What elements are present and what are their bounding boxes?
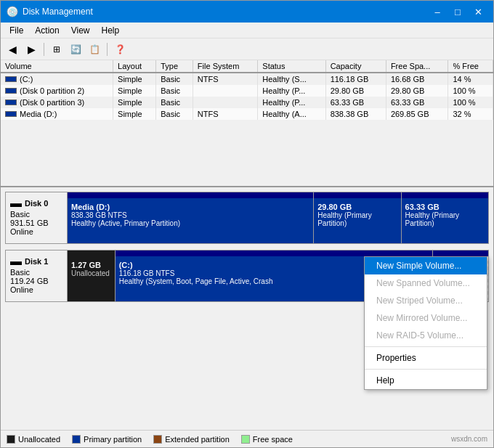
back-button[interactable]: ◀ [4,41,21,58]
table-cell-r1c0: (Disk 0 partition 2) [1,85,113,97]
legend-free-swatch [241,435,250,444]
maximize-button[interactable]: □ [448,4,467,19]
context-menu-item-new-raid5[interactable]: New RAID-5 Volume... [365,327,487,344]
legend-extended-label: Extended partition [165,435,230,444]
table-cell-r2c2: Basic [156,97,193,108]
table-cell-r3c0: Media (D:) [1,108,113,120]
table-cell-r1c1: Simple [113,85,156,97]
disk0-p1-name: Media (D:) [71,203,309,211]
table-cell-r2c6: 63.33 GB [386,97,448,108]
disk1-p1-name: 1.27 GB [71,261,111,269]
menu-action[interactable]: Action [29,24,65,37]
disk1-partition-unalloc1[interactable]: 1.27 GB Unallocated [68,251,116,301]
window-controls: – □ ✕ [428,4,487,19]
menu-view[interactable]: View [65,24,96,37]
legend-free: Free space [241,435,293,444]
legend-primary: Primary partition [72,435,142,444]
table-cell-r2c0: (Disk 0 partition 3) [1,97,113,108]
col-type: Type [156,60,193,73]
disk0-p2-status: Healthy (Primary Partition) [317,211,397,227]
table-row[interactable]: (C:)SimpleBasicNTFSHealthy (S...116.18 G… [1,73,493,85]
legend-primary-swatch [72,435,81,444]
refresh-button[interactable]: 🔄 [67,41,84,58]
context-menu-sep1 [365,346,487,347]
app-window: 💿 Disk Management – □ ✕ File Action View… [0,0,494,448]
table-cell-r2c7: 100 % [448,97,493,108]
disk0-partition-3[interactable]: 63.33 GB Healthy (Primary Partition) [402,192,488,243]
table-cell-r0c7: 14 % [448,73,493,85]
col-layout: Layout [113,60,156,73]
toolbar-separator-1 [44,43,44,56]
legend-unallocated: Unallocated [7,435,60,444]
menu-file[interactable]: File [4,24,29,37]
table-cell-r0c1: Simple [113,73,156,85]
menu-help[interactable]: Help [96,24,126,37]
disk0-p1-bar [68,192,313,198]
table-cell-r3c1: Simple [113,108,156,120]
legend-primary-label: Primary partition [84,435,142,444]
table-cell-r0c4: Healthy (S... [258,73,325,85]
table-cell-r1c4: Healthy (P... [258,85,325,97]
context-menu-item-new-simple[interactable]: New Simple Volume... [365,257,487,274]
col-pct: % Free [448,60,493,73]
table-cell-r3c5: 838.38 GB [325,108,386,120]
disk0-p3-bar [402,192,488,198]
legend-unallocated-swatch [7,435,15,444]
toolbar: ◀ ▶ ⊞ 🔄 📋 ❓ [1,38,493,60]
disk0-name: Disk 0 [25,199,48,208]
table-cell-r3c4: Healthy (A... [258,108,325,120]
col-status: Status [258,60,325,73]
table-cell-r1c7: 100 % [448,85,493,97]
context-menu-item-new-striped[interactable]: New Striped Volume... [365,292,487,309]
table-cell-r1c5: 29.80 GB [325,85,386,97]
minimize-button[interactable]: – [428,4,447,19]
table-cell-r2c5: 63.33 GB [325,97,386,108]
disk0-partition-2[interactable]: 29.80 GB Healthy (Primary Partition) [314,192,401,243]
disk0-p3-status: Healthy (Primary Partition) [405,211,485,227]
disk0-p1-size: 838.38 GB NTFS [71,211,309,219]
disk1-size: 119.24 GB [10,277,62,285]
table-cell-r3c2: Basic [156,108,193,120]
legend-unallocated-label: Unallocated [18,435,60,444]
table-cell-r0c0: (C:) [1,73,113,85]
table-header-row: Volume Layout Type File System Status Ca… [1,60,493,73]
disk0-p2-name: 29.80 GB [317,203,397,211]
col-capacity: Capacity [325,60,386,73]
toolbar-separator-2 [107,43,108,56]
context-menu-item-new-spanned[interactable]: New Spanned Volume... [365,274,487,292]
watermark: wsxdn.com [451,435,487,443]
table-row[interactable]: Media (D:)SimpleBasicNTFSHealthy (A...83… [1,108,493,120]
legend-extended: Extended partition [153,435,230,444]
forward-button[interactable]: ▶ [23,41,40,58]
table-cell-r0c5: 116.18 GB [325,73,386,85]
disk0-size: 931.51 GB [10,219,62,227]
disk0-partition-d[interactable]: Media (D:) 838.38 GB NTFS Healthy (Activ… [68,192,314,243]
disk1-status: Online [10,285,62,294]
disk0-p3-name: 63.33 GB [405,203,485,211]
disk1-p2-bar [116,251,433,256]
rescan-button[interactable]: 📋 [86,41,103,58]
help-button[interactable]: ❓ [111,41,129,58]
window-title: Disk Management [23,7,93,17]
disk-table: Volume Layout Type File System Status Ca… [1,60,493,120]
table-cell-r0c6: 16.68 GB [386,73,448,85]
legend-extended-swatch [153,435,162,444]
table-row[interactable]: (Disk 0 partition 2)SimpleBasicHealthy (… [1,85,493,97]
context-menu-item-new-mirrored[interactable]: New Mirrored Volume... [365,309,487,327]
context-menu-item-help[interactable]: Help [365,372,487,389]
context-menu-item-properties[interactable]: Properties [365,349,487,367]
table-cell-r1c3 [193,85,257,97]
properties-button[interactable]: ⊞ [48,41,65,58]
disk0-partitions: Media (D:) 838.38 GB NTFS Healthy (Activ… [68,192,488,243]
table-row[interactable]: (Disk 0 partition 3)SimpleBasicHealthy (… [1,97,493,108]
table-cell-r3c7: 32 % [448,108,493,120]
close-button[interactable]: ✕ [469,4,487,19]
disk0-label: ▬ Disk 0 Basic 931.51 GB Online [6,192,68,243]
disk1-p1-status: Unallocated [71,269,111,277]
table-cell-r1c2: Basic [156,85,193,97]
table-cell-r0c2: Basic [156,73,193,85]
title-bar: 💿 Disk Management – □ ✕ [1,1,493,23]
app-icon: 💿 [7,6,18,17]
disk0-row: ▬ Disk 0 Basic 931.51 GB Online Media (D… [5,192,489,244]
table-cell-r3c3: NTFS [193,108,257,120]
